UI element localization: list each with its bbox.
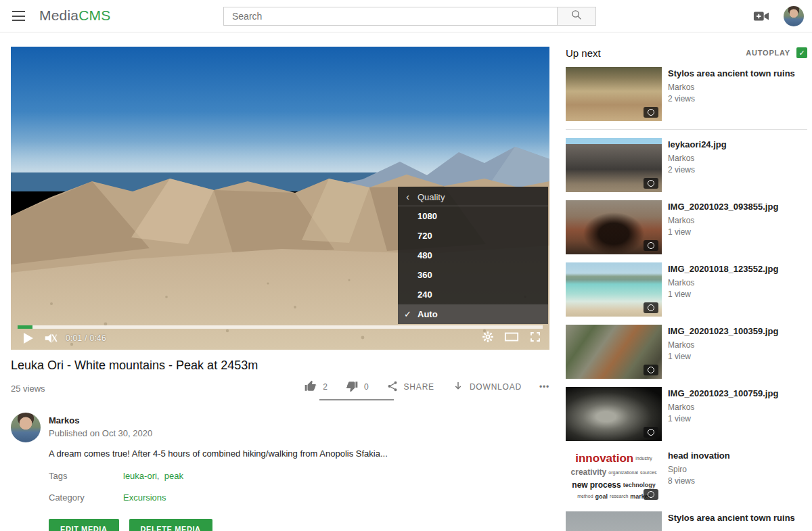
check-icon: ✓: [798, 49, 805, 57]
item-views: 1 view: [668, 414, 778, 423]
video-title: Leuka Ori - White mountains - Peak at 24…: [11, 359, 484, 373]
time-display: 0:01 / 0:46: [66, 333, 106, 343]
thumbnail[interactable]: [566, 325, 662, 379]
check-icon: ✓: [404, 304, 411, 324]
publish-date: Published on Oct 30, 2020: [49, 428, 152, 438]
item-title[interactable]: IMG_20201023_100759.jpg: [668, 388, 778, 399]
camera-icon: [644, 427, 658, 438]
search-input[interactable]: [223, 7, 558, 26]
up-next-item[interactable]: IMG_20201023_093855.jpg Markos 1 view: [566, 200, 807, 254]
share-label: SHARE: [404, 382, 434, 392]
thumbnail[interactable]: [566, 511, 662, 531]
tag-link-leuka-ori[interactable]: leuka-ori: [123, 471, 157, 481]
quality-option-360[interactable]: 360: [398, 265, 548, 285]
upload-media-icon[interactable]: [753, 9, 769, 24]
category-link[interactable]: Excursions: [123, 492, 166, 503]
quality-option-240[interactable]: 240: [398, 285, 548, 304]
camera-icon: [644, 240, 658, 251]
mute-icon[interactable]: [43, 331, 58, 348]
action-bar: 2 0 SHARE DOWNLOAD •••: [291, 377, 549, 396]
item-views: 1 view: [668, 290, 778, 299]
menu-icon[interactable]: [12, 11, 25, 21]
up-next-item[interactable]: IMG_20201023_100759.jpg Markos 1 view: [566, 387, 807, 441]
camera-icon: [644, 489, 658, 500]
up-next-item[interactable]: IMG_20201018_123552.jpg Markos 1 view: [566, 262, 807, 317]
brand-prefix: Media: [39, 7, 78, 23]
thumbs-down-icon: [345, 379, 359, 395]
view-count: 25 views: [11, 384, 45, 394]
player-controls: 0:01 / 0:46: [11, 329, 549, 350]
quality-option-auto[interactable]: ✓Auto: [398, 304, 548, 324]
up-next-sidebar: Up next AUTOPLAY ✓ Stylos area ancient t…: [566, 47, 807, 531]
brand-suffix: CMS: [78, 7, 110, 23]
item-title[interactable]: Stylos area ancient town ruins: [668, 512, 795, 524]
search-bar: [223, 7, 596, 26]
author-avatar[interactable]: [11, 413, 41, 442]
thumbnail[interactable]: [566, 138, 662, 192]
delete-media-button[interactable]: DELETE MEDIA: [129, 519, 212, 531]
download-button[interactable]: DOWNLOAD: [452, 380, 522, 394]
thumbs-up-icon: [304, 379, 317, 395]
quality-option-1080[interactable]: 1080: [398, 206, 548, 226]
up-next-item[interactable]: innovation industry creativity organizat…: [566, 449, 807, 503]
thumbnail[interactable]: [566, 387, 662, 441]
dislike-button[interactable]: 0: [345, 379, 369, 395]
author-name[interactable]: Markos: [49, 415, 80, 425]
thumbnail[interactable]: [566, 262, 662, 317]
settings-gear-icon[interactable]: [482, 331, 494, 346]
theater-mode-icon[interactable]: [504, 331, 519, 346]
item-title[interactable]: head inovation: [668, 450, 730, 461]
item-title[interactable]: IMG_20201023_093855.jpg: [668, 201, 778, 212]
item-author: Markos: [668, 278, 778, 287]
item-views: 1 view: [668, 352, 778, 361]
search-button[interactable]: [558, 7, 596, 26]
up-next-item[interactable]: Stylos area ancient town ruins Markos 2 …: [566, 67, 807, 121]
item-title[interactable]: Stylos area ancient town ruins: [668, 68, 795, 79]
item-author: Spiro: [668, 465, 730, 474]
play-button[interactable]: [23, 332, 34, 347]
user-avatar[interactable]: [784, 6, 804, 26]
video-player[interactable]: ‹Quality 1080 720 480 360 240 ✓Auto 0:01…: [11, 47, 549, 350]
tags-label: Tags: [49, 471, 67, 481]
item-author: Markos: [668, 340, 778, 350]
share-icon: [386, 380, 399, 394]
camera-icon: [644, 107, 658, 118]
item-author: Markos: [668, 216, 778, 225]
like-count: 2: [323, 382, 328, 392]
camera-icon: [644, 302, 658, 313]
quality-menu: ‹Quality 1080 720 480 360 240 ✓Auto: [398, 187, 548, 324]
dislike-count: 0: [364, 382, 369, 392]
quality-option-720[interactable]: 720: [398, 226, 548, 246]
more-options-button[interactable]: •••: [539, 382, 549, 392]
share-button[interactable]: SHARE: [386, 380, 434, 394]
thumbnail-wordcloud[interactable]: innovation industry creativity organizat…: [566, 449, 662, 503]
thumbnail[interactable]: [566, 67, 662, 121]
app-logo[interactable]: MediaCMS: [39, 7, 110, 24]
fullscreen-icon[interactable]: [529, 331, 541, 346]
item-title[interactable]: IMG_20201018_123552.jpg: [668, 263, 778, 275]
back-chevron-icon: ‹: [406, 187, 409, 206]
item-views: 2 views: [668, 165, 727, 175]
edit-media-button[interactable]: EDIT MEDIA: [49, 519, 119, 531]
top-bar: MediaCMS: [0, 0, 812, 32]
quality-option-480[interactable]: 480: [398, 246, 548, 265]
video-description: A dream comes true! After 4-5 hours of c…: [49, 448, 522, 459]
thumbnail[interactable]: [566, 200, 662, 254]
category-label: Category: [49, 492, 85, 503]
like-button[interactable]: 2: [304, 379, 328, 395]
up-next-item[interactable]: Stylos area ancient town ruins: [566, 511, 807, 531]
up-next-item[interactable]: IMG_20201023_100359.jpg Markos 1 view: [566, 325, 807, 379]
autoplay-checkbox[interactable]: ✓: [796, 47, 807, 58]
sidebar-divider: [566, 129, 807, 130]
item-title[interactable]: IMG_20201023_100359.jpg: [668, 325, 778, 337]
tag-link-peak[interactable]: peak: [164, 471, 183, 481]
camera-icon: [644, 365, 658, 375]
item-author: Markos: [668, 83, 795, 92]
item-title[interactable]: leykaori24.jpg: [668, 139, 727, 150]
item-views: 8 views: [668, 476, 730, 486]
up-next-item[interactable]: leykaori24.jpg Markos 2 views: [566, 138, 807, 192]
item-author: Markos: [668, 154, 727, 163]
search-icon: [570, 9, 583, 24]
tags-list: leuka-ori, peak: [123, 471, 183, 481]
quality-menu-back[interactable]: ‹Quality: [398, 187, 548, 206]
